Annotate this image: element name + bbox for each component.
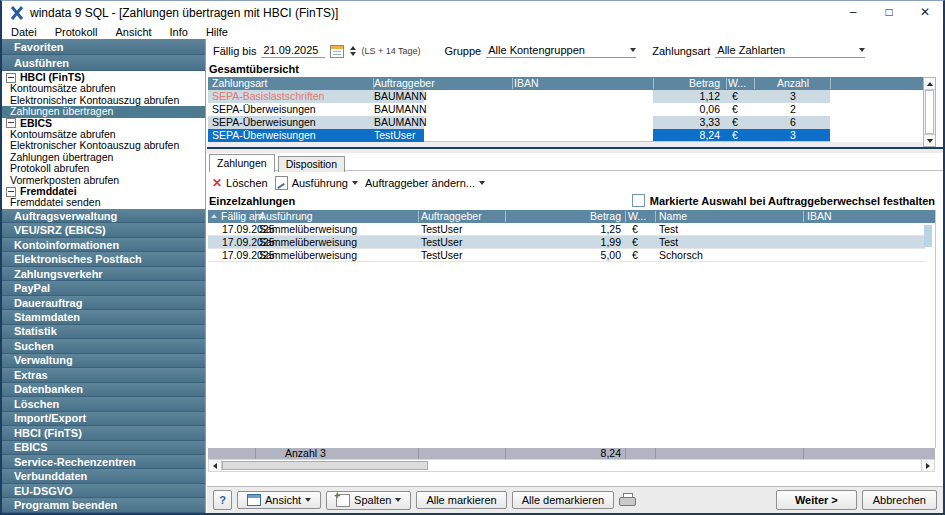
horizontal-scrollbar[interactable]: [208, 459, 935, 472]
tree-expander-icon[interactable]: [6, 187, 16, 197]
col-waehrung[interactable]: W...: [728, 77, 746, 90]
calendar-icon[interactable]: [330, 45, 344, 58]
table-row[interactable]: SEPA-Basislastschriften BAUMANN 1,12 € 3: [208, 90, 923, 103]
sidebar-item-verwaltung[interactable]: Verwaltung: [2, 354, 205, 368]
table-row[interactable]: SEPA-Überweisungen BAUMANN 3,33 € 6: [208, 116, 923, 129]
tree-item-zahlungen-uebertragen-selected[interactable]: Zahlungen übertragen: [2, 106, 205, 117]
tab-disposition[interactable]: Disposition: [278, 156, 345, 172]
sidebar-item-verbunddaten[interactable]: Verbunddaten: [2, 469, 205, 483]
col-auftraggeber[interactable]: Auftraggeber: [421, 210, 482, 223]
sidebar-item-auftragsverwaltung[interactable]: Auftragsverwaltung: [2, 209, 205, 223]
spinner-down-icon[interactable]: [350, 52, 356, 56]
sidebar-item-ebics[interactable]: EBICS: [2, 441, 205, 455]
printer-icon[interactable]: [619, 493, 636, 507]
keep-selection-checkbox[interactable]: [632, 194, 645, 207]
tree-item-elektronischer-kontoauszug-abrufen-ebics[interactable]: Elektronischer Kontoauszug abrufen: [2, 140, 205, 151]
sidebar-item-ausfuehren[interactable]: Ausführen: [2, 55, 205, 71]
col-name[interactable]: Name: [659, 210, 687, 223]
abbrechen-button[interactable]: Abbrechen: [862, 490, 937, 510]
scroll-left-icon[interactable]: [209, 460, 222, 471]
tree-expander-icon[interactable]: [6, 73, 16, 83]
sidebar-item-elektronisches-postfach[interactable]: Elektronisches Postfach: [2, 252, 205, 266]
sidebar-item-suchen[interactable]: Suchen: [2, 339, 205, 353]
spalten-dropdown[interactable]: Spalten: [326, 491, 411, 510]
table-row-highlighted[interactable]: 17.09.2025 Sammelüberweisung TestUser 1,…: [208, 236, 925, 249]
columns-plus-icon: [336, 494, 350, 507]
sidebar-item-eu-dsgvo[interactable]: EU-DSGVO: [2, 484, 205, 498]
cell-auftraggeber: TestUser: [421, 236, 462, 249]
sidebar-item-zahlungsverkehr[interactable]: Zahlungsverkehr: [2, 267, 205, 281]
scroll-right-icon[interactable]: [921, 460, 934, 471]
scroll-up-icon[interactable]: [924, 78, 935, 90]
col-iban[interactable]: IBAN: [514, 77, 539, 90]
date-spinner[interactable]: [350, 46, 356, 56]
menu-datei[interactable]: Datei: [2, 26, 46, 38]
sidebar-item-favoriten[interactable]: Favoriten: [2, 39, 205, 55]
sidebar-item-statistik[interactable]: Statistik: [2, 325, 205, 339]
col-betrag[interactable]: Betrag: [654, 77, 720, 90]
tree-group-ebics[interactable]: EBICS: [2, 118, 205, 129]
sidebar-item-kontoinformationen[interactable]: Kontoinformationen: [2, 238, 205, 252]
sidebar-item-hbci-fints[interactable]: HBCI (FinTS): [2, 426, 205, 440]
action-toolbar: ✕Löschen Ausführung Auftraggeber ändern.…: [212, 175, 485, 191]
scrollbar-thumb[interactable]: [925, 90, 934, 134]
tree-item-kontoumsaetze-abrufen-ebics[interactable]: Kontoumsätze abrufen: [2, 129, 205, 140]
scrollbar-thumb[interactable]: [222, 461, 428, 470]
sidebar-item-paypal[interactable]: PayPal: [2, 281, 205, 295]
table-row[interactable]: SEPA-Überweisungen BAUMANN 0,06 € 2: [208, 103, 923, 116]
col-betrag[interactable]: Betrag: [508, 210, 621, 223]
sidebar-item-loeschen[interactable]: Löschen: [2, 397, 205, 411]
menu-hilfe[interactable]: Hilfe: [197, 26, 237, 38]
overview-vertical-scrollbar[interactable]: [923, 77, 936, 147]
tree-group-hbci-fints[interactable]: HBCI (FinTS): [2, 72, 205, 83]
close-button[interactable]: ✕: [907, 1, 943, 24]
payments-scrollbar-thumb[interactable]: [924, 225, 932, 247]
col-auftraggeber[interactable]: Auftraggeber: [374, 77, 435, 90]
weiter-button[interactable]: Weiter >: [776, 490, 857, 510]
menu-ansicht[interactable]: Ansicht: [106, 26, 160, 38]
table-row-selected[interactable]: SEPA-Überweisungen TestUser 8,24 € 3: [208, 129, 923, 142]
sidebar-item-programm-beenden[interactable]: Programm beenden: [2, 498, 205, 512]
sidebar-item-dauerauftrag[interactable]: Dauerauftrag: [2, 296, 205, 310]
col-faellig-am[interactable]: Fällig am: [221, 210, 264, 223]
minimize-button[interactable]: –: [835, 1, 871, 24]
tree-item-fremddatei-senden[interactable]: Fremddatei senden: [2, 197, 205, 208]
tree-item-protokoll-abrufen[interactable]: Protokoll abrufen: [2, 163, 205, 174]
ausfuehrung-dropdown[interactable]: Ausführung: [275, 176, 358, 190]
col-iban[interactable]: IBAN: [807, 210, 832, 223]
zahlungsart-select[interactable]: Alle Zahlarten: [715, 44, 865, 58]
tree-expander-icon[interactable]: [6, 118, 16, 128]
spinner-up-icon[interactable]: [350, 46, 356, 50]
menu-protokoll[interactable]: Protokoll: [46, 26, 107, 38]
tab-zahlungen[interactable]: Zahlungen: [209, 154, 275, 172]
tree-item-vormerkposten-abrufen[interactable]: Vormerkposten abrufen: [2, 175, 205, 186]
col-anzahl[interactable]: Anzahl: [756, 77, 830, 90]
menu-info[interactable]: Info: [161, 26, 197, 38]
alle-markieren-button[interactable]: Alle markieren: [416, 491, 506, 509]
table-row[interactable]: 17.09.2025 Sammelüberweisung TestUser 5,…: [208, 249, 925, 262]
scroll-down-icon[interactable]: [924, 134, 935, 146]
due-date-field[interactable]: 21.09.2025: [261, 44, 325, 58]
sidebar-item-extras[interactable]: Extras: [2, 368, 205, 382]
col-ausfuehrung[interactable]: Ausführung: [259, 210, 313, 223]
auftraggeber-aendern-dropdown[interactable]: Auftraggeber ändern...: [365, 177, 485, 189]
sidebar-item-import-export[interactable]: Import/Export: [2, 412, 205, 426]
help-button[interactable]: ?: [213, 490, 232, 510]
tree-item-kontoumsaetze-abrufen[interactable]: Kontoumsätze abrufen: [2, 83, 205, 94]
sort-ascending-icon[interactable]: [211, 214, 217, 218]
col-zahlungsart[interactable]: Zahlungsart: [212, 77, 267, 90]
maximize-button[interactable]: □: [871, 1, 907, 24]
sidebar-item-service-rechenzentren[interactable]: Service-Rechenzentren: [2, 455, 205, 469]
delete-button[interactable]: ✕Löschen: [212, 177, 268, 189]
tree-item-zahlungen-uebertragen-ebics[interactable]: Zahlungen übertragen: [2, 152, 205, 163]
tree-group-fremddatei[interactable]: Fremddatei: [2, 186, 205, 197]
sidebar-item-veu-srz-ebics[interactable]: VEU/SRZ (EBICS): [2, 223, 205, 237]
col-waehrung[interactable]: W...: [628, 210, 646, 223]
ansicht-dropdown[interactable]: Ansicht: [237, 491, 321, 509]
table-row[interactable]: 17.09.2025 Sammelüberweisung TestUser 1,…: [208, 223, 925, 236]
sidebar-item-stammdaten[interactable]: Stammdaten: [2, 310, 205, 324]
kontengruppe-select[interactable]: Alle Kontengruppen: [486, 44, 636, 58]
tree-item-elektronischer-kontoauszug-abrufen[interactable]: Elektronischer Kontoauszug abrufen: [2, 95, 205, 106]
alle-demarkieren-button[interactable]: Alle demarkieren: [512, 491, 615, 509]
sidebar-item-datenbanken[interactable]: Datenbanken: [2, 383, 205, 397]
